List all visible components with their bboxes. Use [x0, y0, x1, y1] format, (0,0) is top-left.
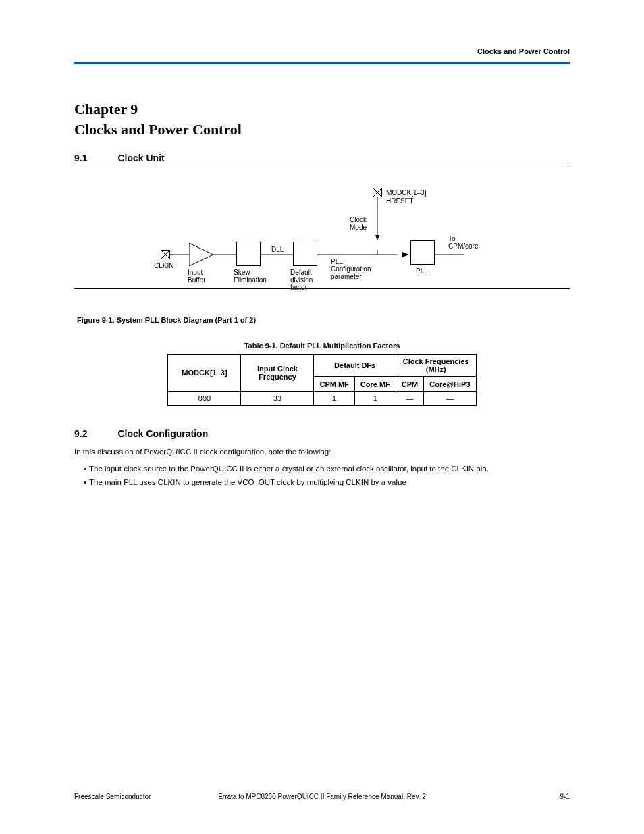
paragraph: In this discussion of PowerQUICC II cloc…	[74, 446, 570, 458]
table-cell: —	[396, 392, 423, 406]
table-caption: Table 9-1. Default PLL Multiplication Fa…	[74, 342, 570, 350]
table-header: MODCK[1–3]	[168, 355, 241, 392]
div-factor-label: Default division factor	[290, 269, 313, 291]
table-header: Input Clock Frequency	[241, 355, 314, 392]
svg-marker-4	[189, 243, 213, 266]
table-cell: —	[424, 392, 476, 406]
subsection-heading-2: 9.2 Clock Configuration	[74, 427, 570, 440]
header-rule	[74, 58, 570, 64]
clkin-label: CLKIN	[154, 262, 173, 269]
skew-elim-label: Skew Elimination	[234, 269, 267, 284]
pad-icon	[373, 188, 382, 197]
input-buffer-label: Input Buffer	[188, 269, 206, 284]
dll-label: DLL	[271, 246, 284, 253]
bullet-text: The main PLL uses CLKIN to generate the …	[89, 477, 570, 488]
bullet-icon: •	[74, 463, 89, 475]
hreset-label: HRESET	[386, 197, 414, 205]
wire	[170, 254, 189, 255]
table-header: Core@HiP3	[424, 377, 476, 392]
subsection-title: Clock Configuration	[117, 428, 208, 439]
body-text: In this discussion of PowerQUICC II cloc…	[74, 446, 570, 488]
table-cell: 1	[354, 392, 396, 406]
table-header: Core MF	[354, 377, 396, 392]
block-diagram: CLKIN Input Buffer Skew Elimination DLL …	[74, 167, 570, 289]
arrow-down-icon	[375, 197, 382, 240]
pad-icon	[161, 250, 170, 259]
wire	[261, 254, 293, 255]
clock-mode-label: Clock Mode	[350, 216, 367, 231]
footer-center: Errata to MPC8260 PowerQUICC II Family R…	[169, 793, 475, 800]
pll-label: PLL	[416, 267, 428, 275]
table-header: CPM	[396, 377, 423, 392]
table-header: CPM MF	[314, 377, 354, 392]
table-cell: 33	[241, 392, 314, 406]
subsection-heading: 9.1 Clock Unit	[74, 152, 570, 167]
table-cell: 1	[314, 392, 354, 406]
footer-left: Freescale Semiconductor	[74, 793, 169, 800]
div-factor-block	[293, 242, 317, 266]
bullet-icon: •	[74, 477, 89, 488]
table-header: Clock Frequencies (MHz)	[396, 355, 476, 377]
figure-caption: Figure 9-1. System PLL Block Diagram (Pa…	[77, 316, 570, 324]
chapter-number: Chapter 9	[74, 101, 570, 118]
subsection-number: 9.2	[74, 428, 115, 439]
header-right-label: Clocks and Power Control	[74, 47, 570, 55]
modck-label: MODCK[1–3]	[386, 189, 426, 197]
table-cell: 000	[168, 392, 241, 406]
subsection-number: 9.1	[74, 153, 115, 163]
to-cpm-core-label: To CPM/core	[448, 235, 478, 250]
table-header: Default DFs	[314, 355, 396, 377]
footer-right: 9-1	[475, 793, 570, 800]
chapter-title: Clocks and Power Control	[74, 121, 570, 138]
bullet-text: The input clock source to the PowerQUICC…	[89, 463, 570, 475]
skew-elim-block	[236, 242, 261, 266]
pll-block	[410, 240, 435, 265]
svg-marker-15	[402, 252, 409, 257]
svg-marker-11	[375, 235, 379, 240]
wire	[435, 254, 464, 255]
pll-factors-table: MODCK[1–3] Input Clock Frequency Default…	[167, 354, 476, 406]
subsection-title: Clock Unit	[117, 153, 164, 163]
wire	[213, 254, 236, 255]
page-footer: Freescale Semiconductor Errata to MPC826…	[74, 793, 570, 800]
pll-config-label: PLL Configuration parameter	[331, 258, 371, 280]
buffer-icon	[189, 243, 213, 266]
